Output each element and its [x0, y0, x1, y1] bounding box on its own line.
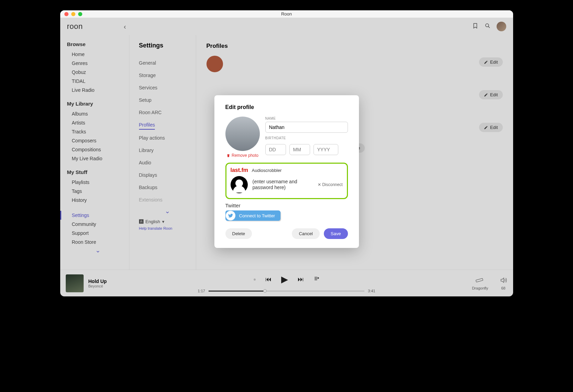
window-minimize[interactable]	[71, 12, 75, 16]
window-close[interactable]	[64, 12, 68, 16]
save-button[interactable]: Save	[324, 228, 348, 239]
birth-year-input[interactable]	[314, 144, 338, 155]
twitter-label: Twitter	[225, 203, 348, 208]
trash-icon	[226, 154, 230, 157]
lastfm-logo: last.fm Audioscrobbler	[231, 167, 282, 173]
name-input[interactable]	[265, 122, 348, 133]
twitter-icon	[226, 211, 235, 220]
connect-twitter-button[interactable]: Connect to Twitter	[225, 210, 281, 221]
delete-button[interactable]: Delete	[225, 228, 252, 239]
birth-day-input[interactable]	[265, 144, 286, 155]
lastfm-credentials-hint[interactable]: (enter username and password here)	[253, 179, 313, 191]
lastfm-disconnect-button[interactable]: ✕ Disconnect	[318, 182, 343, 187]
window-title: Roon	[60, 11, 513, 17]
name-label: NAME	[265, 117, 348, 120]
edit-profile-modal: Edit profile Remove photo NAME BIRTHDATE	[214, 95, 359, 248]
profile-photo[interactable]	[225, 117, 260, 151]
birth-month-input[interactable]	[289, 144, 310, 155]
window-zoom[interactable]	[78, 12, 82, 16]
close-icon: ✕	[318, 182, 321, 187]
remove-photo-button[interactable]: Remove photo	[225, 153, 260, 158]
birthdate-label: BIRTHDATE	[265, 136, 348, 140]
lastfm-avatar-icon	[231, 176, 248, 193]
modal-title: Edit profile	[225, 104, 348, 110]
cancel-button[interactable]: Cancel	[292, 228, 319, 239]
window-titlebar: Roon	[60, 10, 513, 18]
lastfm-section: last.fm Audioscrobbler (enter username a…	[225, 163, 348, 199]
